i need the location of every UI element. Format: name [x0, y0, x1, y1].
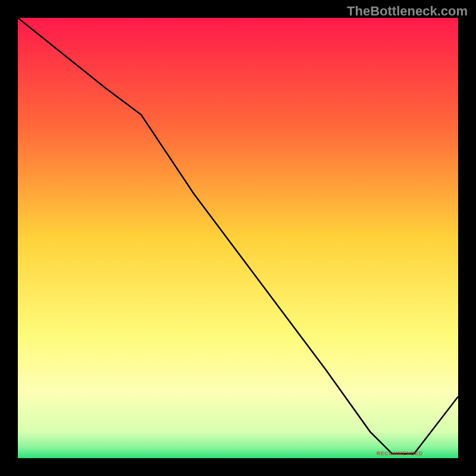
- plot-area: RECOMMENDED: [18, 18, 458, 458]
- watermark-text: TheBottleneck.com: [347, 4, 468, 19]
- recommended-label: RECOMMENDED: [377, 450, 423, 456]
- svg-rect-0: [18, 18, 458, 458]
- gradient-background: [18, 18, 458, 458]
